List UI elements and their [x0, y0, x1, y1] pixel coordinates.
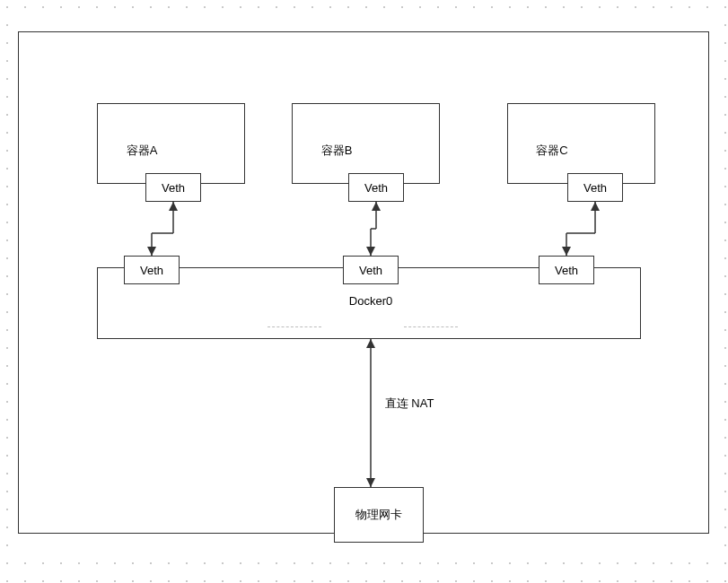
- veth-container-a-label: Veth: [162, 181, 185, 195]
- veth-bridge-c-label: Veth: [555, 264, 578, 277]
- container-b-box: [292, 103, 440, 184]
- bridge-label: Docker0: [349, 294, 392, 308]
- diagram-canvas: 容器A 容器B 容器C Veth Veth Veth Docker0 Veth …: [0, 0, 728, 583]
- container-c-label: 容器C: [536, 143, 567, 159]
- veth-bridge-a-label: Veth: [140, 264, 163, 277]
- nic-label: 物理网卡: [355, 507, 402, 523]
- dash-hint-2: [404, 326, 458, 327]
- veth-container-c-label: Veth: [583, 181, 607, 195]
- container-a-box: [97, 103, 245, 184]
- container-c-box: [507, 103, 655, 184]
- nat-label: 直连 NAT: [385, 396, 434, 412]
- veth-container-b-label: Veth: [364, 181, 388, 195]
- container-b-label: 容器B: [321, 143, 353, 159]
- veth-bridge-b-label: Veth: [359, 264, 382, 277]
- container-a-label: 容器A: [127, 143, 158, 159]
- dash-hint-1: [268, 326, 321, 327]
